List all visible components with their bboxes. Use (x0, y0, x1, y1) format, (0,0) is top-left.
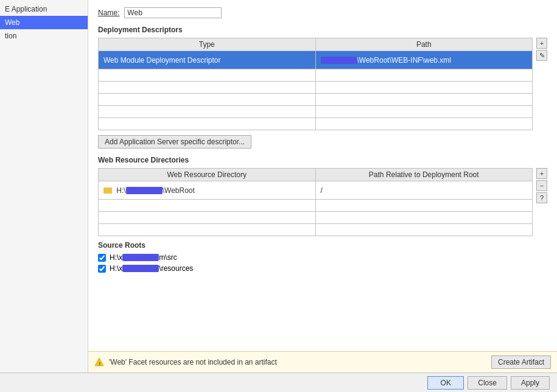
name-input[interactable] (124, 7, 222, 18)
source-roots-section: Source Roots H:\x m\src H:\x \resources (98, 241, 547, 273)
sidebar-item-web[interactable]: Web (0, 16, 88, 29)
resource-minus-button[interactable]: − (536, 180, 547, 191)
source-root-src-blurred (122, 254, 159, 261)
source-root-res-suffix: \resources (159, 264, 193, 273)
descriptor-empty-row-4 (99, 106, 533, 118)
close-button[interactable]: Close (468, 376, 507, 390)
resource-dir-prefix: H:\ (116, 186, 125, 195)
add-descriptor-button[interactable]: Add Application Server specific descript… (98, 135, 251, 149)
source-root-src-suffix: m\src (159, 253, 177, 262)
resource-dir-suffix: \WebRoot (163, 186, 195, 195)
resource-empty-row-2 (99, 212, 533, 224)
source-roots-header: Source Roots (98, 241, 547, 250)
descriptor-table: Type Path Web Module Deployment Descript… (98, 38, 533, 130)
descriptor-path-cell: \WebRoot\WEB-INF\web.xml (315, 51, 533, 69)
resource-col-directory: Web Resource Directory (99, 169, 316, 181)
create-artifact-button[interactable]: Create Artifact (491, 355, 551, 369)
descriptor-pencil-button[interactable]: ✎ (536, 50, 547, 61)
warning-bar: ! 'Web' Facet resources are not included… (88, 351, 557, 373)
web-resource-directories-header: Web Resource Directories (98, 156, 547, 164)
descriptor-table-wrapper: Type Path Web Module Deployment Descript… (98, 38, 547, 130)
descriptor-empty-row-2 (99, 82, 533, 94)
source-root-src-checkbox[interactable] (98, 254, 106, 262)
source-root-res-blurred (122, 265, 159, 272)
main-content: Name: Deployment Descriptors Type Path W… (88, 0, 557, 392)
deployment-descriptors-header: Deployment Descriptors (98, 26, 547, 34)
bottom-bar: OK Close Apply (0, 373, 557, 392)
sidebar-item-e-application[interactable]: E Application (0, 2, 88, 16)
resource-relative-cell: / (315, 181, 533, 200)
path-blurred-part (321, 57, 357, 64)
resource-empty-row-1 (99, 200, 533, 212)
descriptor-empty-row-5 (99, 118, 533, 130)
descriptor-empty-row-1 (99, 69, 533, 82)
resource-dir-blurred (126, 187, 163, 194)
resource-col-relative: Path Relative to Deployment Root (315, 169, 533, 181)
descriptor-side-buttons: + ✎ (536, 38, 547, 61)
folder-icon (103, 187, 112, 194)
warning-text: 'Web' Facet resources are not included i… (109, 358, 277, 366)
sidebar: E Application Web tion (0, 0, 88, 392)
resource-empty-row-3 (99, 224, 533, 236)
apply-button[interactable]: Apply (511, 376, 550, 390)
resource-add-button[interactable]: + (536, 168, 547, 179)
resource-dir-cell: H:\ \WebRoot (99, 181, 316, 200)
source-root-resources: H:\x \resources (98, 264, 547, 273)
resource-side-buttons: + − ? (536, 168, 547, 203)
source-root-res-prefix: H:\x (110, 264, 122, 273)
svg-text:!: ! (99, 361, 100, 366)
name-label: Name: (98, 9, 119, 17)
descriptor-type-cell: Web Module Deployment Descriptor (99, 51, 316, 69)
descriptor-empty-row-3 (99, 94, 533, 106)
ok-button[interactable]: OK (427, 376, 464, 390)
source-root-src: H:\x m\src (98, 253, 547, 262)
name-row: Name: (98, 7, 547, 18)
resource-table: Web Resource Directory Path Relative to … (98, 168, 533, 236)
descriptor-row[interactable]: Web Module Deployment Descriptor \WebRoo… (99, 51, 533, 69)
sidebar-item-tion[interactable]: tion (0, 29, 88, 43)
descriptor-col-type: Type (99, 38, 316, 51)
path-suffix: \WebRoot\WEB-INF\web.xml (357, 56, 451, 65)
resource-row[interactable]: H:\ \WebRoot / (99, 181, 533, 200)
resource-table-wrapper: Web Resource Directory Path Relative to … (98, 168, 547, 236)
source-root-resources-checkbox[interactable] (98, 265, 106, 273)
descriptor-add-button[interactable]: + (536, 38, 547, 49)
resource-question-button[interactable]: ? (536, 192, 547, 203)
warning-icon: ! (94, 357, 104, 367)
descriptor-col-path: Path (315, 38, 533, 51)
source-root-src-prefix: H:\x (110, 253, 122, 262)
